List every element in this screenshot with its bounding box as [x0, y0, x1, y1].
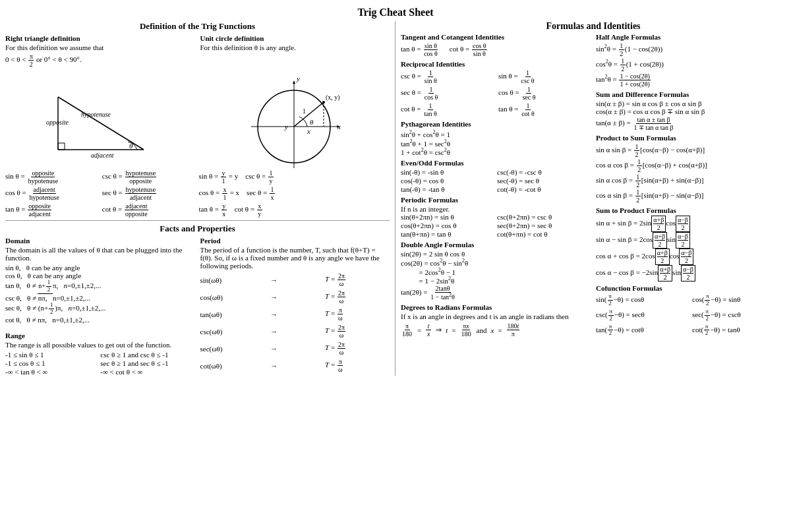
- periodic-desc: If n is an integer.: [401, 205, 591, 213]
- pythagorean-block: Pythagorean Identities sin2θ + cos2θ = 1…: [401, 120, 591, 156]
- svg-text:θ: θ: [129, 142, 133, 150]
- sec-def: sec θ = hypotenuseadjacent: [102, 186, 196, 201]
- cofunc-cot: cot(π2−θ) = tanθ: [692, 324, 786, 338]
- cofunc-sec: sec(π2−θ) = cscθ: [692, 309, 786, 322]
- sp-sinsub: sin α − sin β = 2cosα+β2sinα−β2: [596, 232, 786, 249]
- page: Trig Cheat Sheet Definition of the Trig …: [0, 0, 791, 532]
- even-odd-block: Even/Odd Formulas sin(-θ) = -sin θ csc(-…: [401, 159, 591, 193]
- domain-title: Domain: [5, 237, 195, 245]
- right-triangle-def: Right triangle definition For this defin…: [5, 34, 195, 68]
- unit-circle-def: Unit circle definition For this definiti…: [200, 34, 390, 68]
- pi-half-frac: π2: [28, 53, 34, 68]
- deg-rad-desc: If x is an angle in degrees and t is an …: [401, 312, 591, 320]
- facts-grid: Domain The domain is all the values of θ…: [5, 237, 390, 376]
- da-cos3: = 1 − 2sin2θ: [401, 276, 591, 285]
- periodic-title: Periodic Formulas: [401, 196, 591, 204]
- cos-recip: cos θ = 1sec θ: [498, 86, 591, 101]
- period-csc-arrow: →: [270, 328, 321, 336]
- sum-diff-block: Sum and Difference Formulas sin(α ± β) =…: [596, 90, 786, 131]
- range-cos: -1 ≤ cos θ ≤ 1: [5, 359, 100, 367]
- cofunc-csc: csc(π2−θ) = secθ: [596, 309, 689, 322]
- domain-sin: sin θ, θ can be any angle: [5, 264, 195, 272]
- cos-neg: cos(-θ) = cos θ: [401, 177, 494, 185]
- sd-sin: sin(α ± β) = sin α cos β ± cos α sin β: [596, 100, 786, 107]
- circle-svg: x y (x, y) 1 θ: [228, 71, 360, 169]
- range-sin: -1 ≤ sin θ ≤ 1: [5, 351, 100, 359]
- svg-marker-12: [293, 80, 295, 84]
- definition-header: Right triangle definition For this defin…: [5, 34, 390, 68]
- right-content-grid: Tangent and Cotangent Identities tan θ =…: [401, 33, 786, 340]
- sp-sinadd: sin α + sin β = 2sinα+β2cosα−β2: [596, 216, 786, 232]
- domain-desc: The domain is all the values of θ that c…: [5, 246, 195, 262]
- cot-def: cot θ = adjacentopposite: [102, 202, 196, 218]
- periodic-block: Periodic Formulas If n is an integer. si…: [401, 196, 591, 238]
- range-sec: sec θ ≥ 1 and sec θ ≤ -1: [100, 359, 194, 367]
- period-cot-arrow: →: [270, 362, 321, 370]
- csc-periodic: csc(θ+2πn) = csc θ: [497, 213, 591, 221]
- period-cot-val: T = πω: [325, 358, 390, 373]
- tan-neg: tan(-θ) = -tan θ: [401, 185, 494, 193]
- period-col: Period The period of a function is the n…: [200, 237, 390, 376]
- sec-recip: sec θ = 1cos θ: [401, 86, 493, 101]
- tan-periodic: tan(θ+πn) = tan θ: [401, 230, 494, 238]
- cos-unit-def: cos θ = x1 = x sec θ = 1x: [199, 186, 390, 201]
- period-csc-func: csc(ωθ): [200, 328, 267, 336]
- half-angle-block: Half Angle Formulas sin2θ = 12(1 − cos(2…: [596, 33, 786, 88]
- triangle-diagram: θ hypotenuse opposite adjacent: [5, 71, 196, 169]
- period-sec-arrow: →: [270, 345, 321, 353]
- cofunction-grid: sin(π2−θ) = cosθ cos(π2−θ) = sinθ csc(π2…: [596, 293, 786, 337]
- circle-diagram: x y (x, y) 1 θ: [199, 71, 390, 169]
- period-sin-func: sin(ωθ): [200, 276, 267, 284]
- period-cos-arrow: →: [270, 293, 321, 301]
- da-tan: tan(2θ) = 2tanθ1 − tan2θ: [401, 285, 591, 301]
- sin-def: sin θ = oppositehypotenuse: [5, 169, 100, 185]
- right-triangle-desc1: For this definition we assume that: [5, 44, 195, 51]
- sum-product-block: Sum to Product Formulas sin α + sin β = …: [596, 206, 786, 281]
- svg-text:opposite: opposite: [46, 119, 69, 126]
- sin-periodic: sin(θ+2πn) = sin θ: [401, 213, 494, 221]
- range-cot: -∞ < cot θ < ∞: [100, 368, 194, 376]
- left-column: Definition of the Trig Functions Right t…: [5, 21, 396, 376]
- right-right-subcol: Half Angle Formulas sin2θ = 12(1 − cos(2…: [596, 33, 786, 340]
- diagrams-area: θ hypotenuse opposite adjacent: [5, 71, 390, 169]
- ps-sinsin: sin α sin β = 12[cos(α−β) − cos(α+β)]: [596, 143, 786, 158]
- svg-rect-3: [58, 143, 65, 150]
- csc-def: csc θ = hypotenuseopposite: [102, 169, 196, 185]
- prod-sum-title: Product to Sum Formulas: [596, 134, 786, 142]
- pyth-1: sin2θ + cos2θ = 1: [401, 129, 591, 138]
- period-cos-func: cos(ωθ): [200, 293, 267, 301]
- right-triangle-desc2: 0 < θ < π2 or 0° < θ < 90°.: [5, 53, 195, 68]
- tan-cot-title: Tangent and Cotangent Identities: [401, 33, 591, 41]
- svg-text:y: y: [284, 123, 288, 131]
- period-grid: sin(ωθ) → T = 2πω cos(ωθ) → T = 2πω tan(…: [200, 272, 390, 373]
- trig-defs-grid: sin θ = oppositehypotenuse csc θ = hypot…: [5, 169, 390, 218]
- tan-cot-formulas: tan θ = sin θcos θ cot θ = cos θsin θ: [401, 42, 591, 57]
- unit-circle-title: Unit circle definition: [200, 34, 390, 42]
- reciprocal-grid: csc θ = 1sin θ sin θ = 1csc θ sec θ = 1c…: [401, 69, 591, 117]
- range-csc: csc θ ≥ 1 and csc θ ≤ -1: [100, 351, 194, 359]
- right-column: Formulas and Identities Tangent and Cota…: [396, 21, 786, 376]
- cot-recip: cot θ = 1tan θ: [401, 102, 493, 117]
- period-sin-val: T = 2πω: [325, 272, 390, 287]
- cofunction-block: Cofunction Formulas sin(π2−θ) = cosθ cos…: [596, 284, 786, 337]
- cofunc-cos: cos(π2−θ) = sinθ: [692, 293, 786, 307]
- divider-1: [5, 220, 390, 221]
- period-title: Period: [200, 237, 390, 245]
- sin-neg: sin(-θ) = -sin θ: [401, 168, 494, 176]
- csc-neg: csc(-θ) = -csc θ: [497, 168, 591, 176]
- even-odd-grid: sin(-θ) = -sin θ csc(-θ) = -csc θ cos(-θ…: [401, 168, 591, 193]
- svg-text:x: x: [307, 127, 310, 135]
- half-angle-title: Half Angle Formulas: [596, 33, 786, 41]
- cos-def: cos θ = adjacenthypotenuse: [5, 186, 100, 201]
- svg-text:hypotenuse: hypotenuse: [81, 111, 111, 118]
- cot-periodic: cot(θ+πn) = cot θ: [497, 230, 591, 238]
- even-odd-title: Even/Odd Formulas: [401, 159, 591, 167]
- tan-unit-def: tan θ = yx cot θ = xy: [199, 202, 390, 218]
- ps-sincos: sin α cos β = 12[sin(α+β) + sin(α−β)]: [596, 173, 786, 189]
- left-section-title: Definition of the Trig Functions: [5, 21, 390, 32]
- ha-tan: tan2θ = 1 − cos(2θ)1 + cos(2θ): [596, 73, 786, 88]
- sum-diff-title: Sum and Difference Formulas: [596, 90, 786, 98]
- period-tan-func: tan(ωθ): [200, 310, 267, 318]
- ps-coscos: cos α cos β = 12[cos(α−β) + cos(α+β)]: [596, 158, 786, 173]
- svg-line-15: [294, 102, 324, 127]
